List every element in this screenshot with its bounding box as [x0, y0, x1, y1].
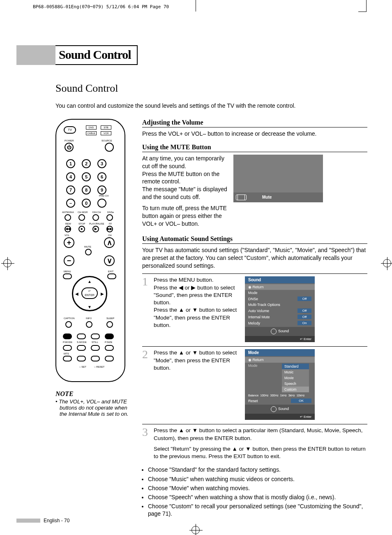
subhead-adjust-volume: Adjusting the Volume: [142, 119, 367, 127]
note-title: NOTE: [55, 390, 131, 398]
prech-button: [97, 199, 106, 208]
vol-label: VOL: [65, 234, 69, 236]
num-0: 0: [82, 199, 91, 208]
num-6: 6: [97, 172, 106, 181]
bullet-music: Choose "Music" when watching music video…: [148, 475, 367, 483]
color-button-2: [77, 334, 86, 339]
reset-label: ○ RESET: [94, 366, 104, 368]
caption-button: [65, 321, 72, 328]
num-4: 4: [66, 172, 75, 181]
power-label: POWER: [65, 139, 74, 142]
crop-mark: [196, 0, 196, 12]
registration-mark: [3, 259, 12, 267]
intro-paragraph: You can control and customize the sound …: [55, 102, 367, 110]
note-text: • The VOL+, VOL– and MUTE buttons do not…: [55, 398, 131, 417]
remote-stb: STB: [101, 125, 111, 130]
set-label: ○ SET: [79, 366, 86, 368]
num-7: 7: [66, 185, 75, 195]
arrow-left-icon: ◀: [75, 292, 78, 296]
pmode-label: P.MODE: [63, 341, 72, 343]
color-button-1: [63, 334, 72, 339]
step-3-extra: Select "Return" by pressing the ▲ or ▼ b…: [154, 445, 367, 460]
remote-control-diagram: TV DVD STB CABLE VCR POWER ⏻ SOURCE 1 2 …: [55, 119, 125, 382]
info-button: [86, 321, 92, 328]
ch-up: ∧: [104, 237, 115, 248]
bullet-movie: Choose "Movie" when watching movies.: [148, 484, 367, 492]
color-button-3: [91, 334, 100, 339]
mts-button: [63, 356, 72, 361]
still-label: STILL: [92, 341, 98, 343]
chmgr-label: CH.MGR: [78, 211, 88, 213]
subhead-auto-sound: Using Automatic Sound Settings: [142, 235, 367, 244]
exit-label: EXIT: [108, 270, 113, 273]
remote-tv-button: TV: [64, 126, 76, 134]
num-1: 1: [66, 159, 75, 168]
num-8: 8: [82, 185, 91, 195]
note-block: NOTE • The VOL+, VOL– and MUTE buttons d…: [55, 390, 131, 417]
exit-button: [107, 273, 116, 279]
mts-label: MTS: [64, 352, 69, 355]
info-label: INFO: [86, 317, 92, 320]
enter-button: ↵ENTER: [81, 287, 98, 299]
favch-button: [92, 214, 99, 221]
prech-label: PRE-CH: [99, 195, 108, 197]
registration-mark: [383, 259, 391, 267]
remote-dvd: DVD: [86, 125, 97, 130]
smode-button: [77, 345, 86, 351]
psize-label: P.SIZE: [105, 341, 112, 343]
favch-label: FAV.CH: [92, 211, 101, 213]
step-2-text: Press the ▲ or ▼ button to select "Mode"…: [154, 349, 241, 420]
smode-label: S.MODE: [77, 341, 87, 343]
crop-mark: [366, 0, 367, 12]
page-footer: English - 70: [16, 518, 69, 523]
num-3: 3: [97, 159, 106, 168]
psize-button: [105, 345, 114, 351]
bullet-standard: Choose "Standard" for the standard facto…: [148, 466, 367, 473]
mute-para-2: To turn mute off, press the MUTE button …: [142, 204, 228, 228]
extra-button-2: [91, 356, 100, 361]
arrow-down-icon: ▼: [88, 305, 92, 309]
mute-para-1: At any time, you can temporarily cut off…: [142, 155, 228, 201]
mute-osd-label: Mute: [262, 195, 272, 199]
extra-button-3: [105, 356, 114, 361]
antenna-label: ANTENNA: [62, 211, 74, 213]
osd-mode-menu: Mode ◉ Return Mode Standard Music Movie …: [245, 349, 315, 420]
osd-mute-screenshot: Mute: [233, 155, 323, 202]
source-label: SOURCE: [101, 139, 112, 142]
crop-header: BP68-00588G-01Eng(070~079) 5/12/06 6:04 …: [33, 4, 169, 9]
step-1-text: Press the MENU button. Press the ◀ or ▶ …: [154, 276, 241, 342]
chapter-title: Sound Control: [55, 45, 138, 65]
ff-label: FF: [109, 222, 112, 225]
vol-minus: −: [64, 255, 74, 266]
play-label: PLAY/PAUSE: [89, 222, 104, 225]
num-9: 9: [97, 185, 106, 195]
mute-button: [85, 249, 92, 255]
osd-title: Sound: [245, 276, 315, 283]
remote-cable: CABLE: [86, 131, 97, 135]
bullet-speech: Choose "Speech" when watching a show tha…: [148, 493, 367, 501]
bullet-custom: Choose "Custom" to recall your personali…: [148, 503, 367, 517]
page-number: English - 70: [44, 518, 69, 523]
crop-mark: [358, 12, 367, 12]
step-3-text: Press the ▲ or ▼ button to select a part…: [154, 427, 367, 442]
subhead-mute: Using the MUTE Button: [142, 144, 367, 152]
stop-button: ■: [78, 226, 85, 232]
dash-button: –: [66, 199, 75, 208]
still-button: [91, 345, 100, 351]
section-title: Sound Control: [55, 82, 367, 95]
pmode-button: [63, 345, 72, 351]
num-5: 5: [82, 172, 91, 181]
num-2: 2: [82, 159, 91, 168]
ch-down: ∨: [104, 255, 115, 266]
ff-button: ▶▶: [106, 226, 113, 232]
menu-label: MENU: [64, 270, 71, 273]
source-button: [105, 143, 114, 152]
rew-button: ◀◀: [65, 226, 71, 232]
power-button: ⏻: [65, 143, 74, 152]
auto-sound-intro: Your TV has automatic sound settings ("S…: [142, 246, 367, 270]
extra-button-1: [77, 356, 86, 361]
registration-mark: [191, 526, 200, 534]
caption-label: CAPTION: [64, 317, 75, 320]
mute-label: MUTE: [84, 245, 91, 248]
mode-descriptions: Choose "Standard" for the standard facto…: [142, 466, 367, 517]
